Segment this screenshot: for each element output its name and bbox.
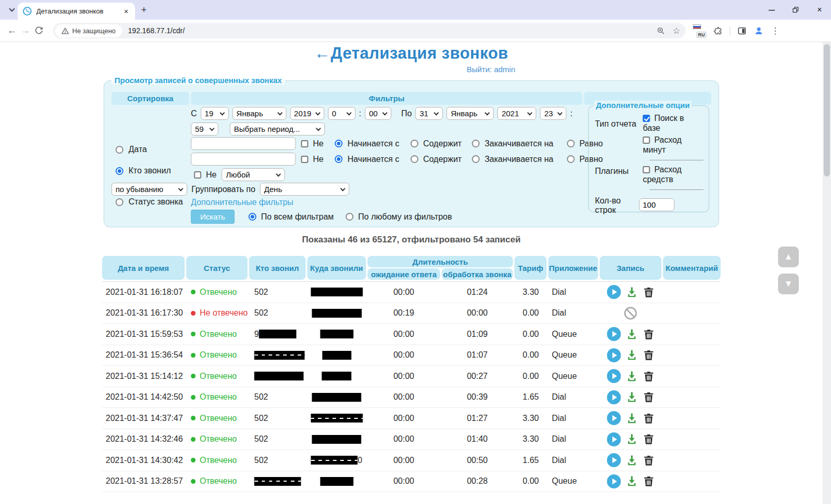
to-hour-select[interactable]: 23	[540, 107, 567, 120]
play-icon[interactable]	[607, 453, 621, 467]
sort-radio-status[interactable]: Статус звонка	[116, 197, 183, 207]
translate-ru-icon[interactable]: RU	[693, 24, 706, 37]
play-icon[interactable]	[607, 285, 621, 299]
caller-not-checkbox[interactable]: Не	[301, 139, 324, 148]
trash-icon[interactable]	[642, 328, 654, 340]
play-icon[interactable]	[607, 432, 621, 446]
tab-close-icon[interactable]: ×	[122, 7, 131, 16]
to-month-select[interactable]: Январь	[447, 107, 494, 120]
browser-tab[interactable]: Детализация звонков ×	[18, 3, 135, 20]
col-caller[interactable]: Кто звонил	[249, 256, 306, 280]
search-button[interactable]: Искать	[191, 210, 235, 224]
address-bar[interactable]: Не защищено 192.168.77.1/cdr/ ☆	[53, 23, 686, 38]
trash-icon[interactable]	[642, 454, 654, 467]
to-day-select[interactable]: 31	[416, 107, 443, 120]
col-datetime[interactable]: Дата и время	[102, 256, 185, 280]
security-chip[interactable]: Не защищено	[55, 24, 122, 37]
radio-icon[interactable]	[116, 198, 124, 206]
download-icon[interactable]	[625, 370, 638, 383]
play-icon[interactable]	[607, 474, 621, 488]
col-app[interactable]: Приложение	[548, 256, 598, 280]
download-icon[interactable]	[625, 433, 638, 445]
caller-filter-input[interactable]	[191, 137, 296, 150]
play-icon[interactable]	[607, 369, 621, 383]
download-icon[interactable]	[625, 391, 638, 403]
trash-icon[interactable]	[642, 433, 654, 445]
play-icon[interactable]	[607, 327, 621, 341]
zoom-icon[interactable]	[656, 26, 665, 35]
from-day-select[interactable]: 19	[200, 107, 229, 120]
side-panel-icon[interactable]	[737, 26, 747, 36]
from-hour-select[interactable]: 0	[328, 107, 355, 120]
trash-icon[interactable]	[642, 412, 654, 425]
download-icon[interactable]	[625, 454, 638, 467]
col-status[interactable]: Статус	[186, 256, 248, 280]
new-tab-button[interactable]: +	[138, 4, 150, 16]
caller-starts-radio[interactable]: Начинается с	[335, 139, 399, 148]
search-in-db-checkbox[interactable]: Поиск в базе	[643, 113, 704, 133]
from-minute-select[interactable]: 00	[365, 107, 392, 120]
scrollbar-thumb[interactable]	[824, 44, 830, 176]
status-select[interactable]: Любой	[222, 168, 285, 181]
window-minimize-button[interactable]	[768, 6, 776, 14]
download-icon[interactable]	[625, 475, 638, 487]
trash-icon[interactable]	[642, 370, 654, 383]
window-restore-button[interactable]	[792, 6, 800, 14]
play-icon[interactable]	[607, 411, 621, 425]
profile-avatar-icon[interactable]	[754, 25, 764, 36]
back-link-arrow[interactable]: ←	[314, 44, 331, 62]
any-filter-radio[interactable]: По любому из фильтров	[346, 212, 452, 222]
play-icon[interactable]	[607, 348, 621, 362]
callee-starts-radio[interactable]: Начинается с	[335, 155, 399, 164]
col-comment[interactable]: Комментарий	[663, 256, 721, 280]
rows-count-input[interactable]	[639, 198, 675, 211]
minutes-usage-checkbox[interactable]: Расход минут	[643, 135, 704, 155]
sort-radio-caller[interactable]: Кто звонил	[116, 166, 171, 175]
col-tariff[interactable]: Тариф	[515, 256, 547, 280]
trash-icon[interactable]	[642, 349, 654, 361]
col-callee[interactable]: Куда звонили	[307, 256, 366, 280]
download-icon[interactable]	[625, 328, 638, 340]
funds-usage-checkbox[interactable]: Расход средств	[643, 165, 704, 184]
window-close-button[interactable]: ×	[815, 6, 824, 14]
trash-icon[interactable]	[642, 475, 654, 487]
radio-icon[interactable]	[116, 146, 124, 154]
scroll-to-bottom-button[interactable]: ▼	[778, 274, 799, 294]
callee-contains-radio[interactable]: Содержит	[411, 155, 462, 164]
radio-icon[interactable]	[116, 167, 124, 175]
tab-search-chevron-icon[interactable]	[6, 4, 18, 16]
play-icon[interactable]	[607, 390, 621, 404]
logout-link[interactable]: Выйти: admin	[307, 65, 515, 74]
from-year-select[interactable]: 2019	[290, 107, 324, 120]
scroll-to-top-button[interactable]: ▲	[778, 247, 799, 267]
status-not-checkbox[interactable]: Не	[194, 170, 217, 180]
col-record[interactable]: Запись	[600, 256, 662, 280]
forward-icon[interactable]: →	[19, 24, 32, 37]
to-year-select[interactable]: 2021	[498, 107, 537, 120]
col-talk[interactable]: обработка звонка	[442, 268, 513, 280]
col-wait[interactable]: ожидание ответа	[368, 268, 440, 280]
download-icon[interactable]	[625, 349, 638, 361]
to-minute-select[interactable]: 59	[191, 122, 219, 135]
caller-ends-radio[interactable]: Заканчивается на	[472, 139, 554, 148]
sort-direction-select[interactable]: по убыванию	[112, 183, 187, 196]
callee-not-checkbox[interactable]: Не	[301, 155, 324, 164]
download-icon[interactable]	[625, 412, 638, 425]
back-icon[interactable]: ←	[5, 24, 19, 37]
browser-menu-icon[interactable]: ⋮	[771, 25, 780, 36]
trash-icon[interactable]	[642, 391, 654, 403]
callee-filter-input[interactable]	[191, 153, 296, 166]
extensions-puzzle-icon[interactable]	[713, 26, 723, 36]
reload-icon[interactable]	[32, 24, 46, 37]
all-filters-radio[interactable]: По всем фильтрам	[248, 212, 333, 222]
page-scrollbar[interactable]	[823, 42, 831, 504]
callee-ends-radio[interactable]: Заканчивается на	[472, 155, 554, 164]
bookmark-star-icon[interactable]: ☆	[673, 25, 680, 36]
sort-radio-date[interactable]: Дата	[116, 145, 147, 154]
download-icon[interactable]	[625, 286, 638, 298]
trash-icon[interactable]	[642, 286, 654, 298]
group-by-select[interactable]: День	[260, 183, 350, 196]
period-select[interactable]: Выбрать период...	[230, 122, 325, 135]
url-text[interactable]: 192.168.77.1/cdr/	[128, 26, 656, 35]
caller-contains-radio[interactable]: Содержит	[411, 139, 462, 148]
